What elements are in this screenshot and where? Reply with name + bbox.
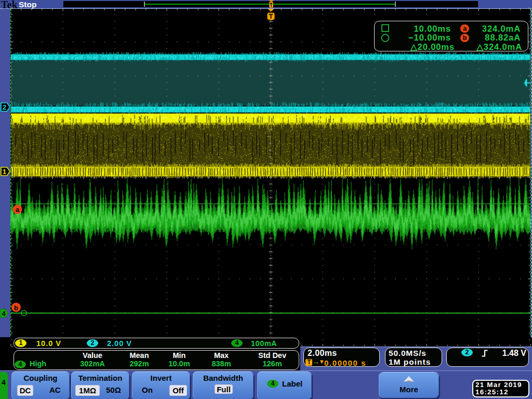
svg-text:a: a xyxy=(16,206,20,214)
svg-text:2: 2 xyxy=(3,103,7,111)
svg-text:b: b xyxy=(14,304,18,312)
svg-text:1: 1 xyxy=(3,168,7,176)
svg-text:4: 4 xyxy=(2,310,6,317)
